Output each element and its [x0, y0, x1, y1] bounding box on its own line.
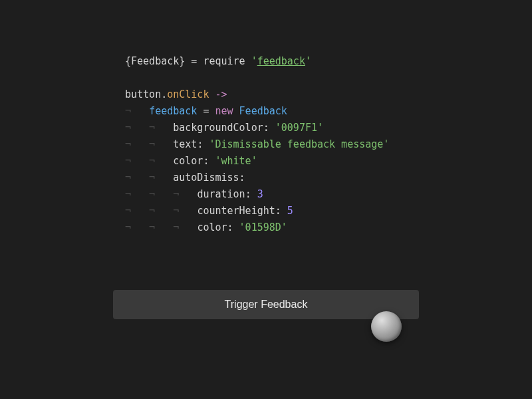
button-label: Trigger Feedback — [225, 299, 308, 311]
string-quote: ' — [251, 55, 257, 67]
whitespace-indicator: ¬ — [125, 105, 149, 117]
code-line-11: ¬ ¬ ¬ color: '01598D' — [125, 219, 532, 236]
inner-color-prop: color — [197, 221, 227, 233]
color-value: 'white' — [215, 155, 257, 167]
colon: : — [245, 188, 257, 200]
module-name: feedback — [257, 55, 305, 67]
colon: : — [263, 122, 275, 134]
color-prop: color — [173, 155, 203, 167]
feedback-destructure: Feedback — [131, 55, 179, 67]
colon: : — [197, 138, 209, 150]
whitespace-indicator: ¬ ¬ ¬ — [125, 188, 197, 200]
assign-op: = — [185, 55, 203, 67]
text-value: 'Dismissable feedback message' — [209, 138, 389, 150]
code-line-6: ¬ ¬ text: 'Dismissable feedback message' — [125, 136, 532, 153]
whitespace-indicator: ¬ ¬ — [125, 122, 173, 134]
duration-prop: duration — [197, 188, 245, 200]
code-line-7: ¬ ¬ color: 'white' — [125, 153, 532, 170]
button-var: button — [125, 88, 161, 100]
code-editor: {Feedback} = require 'feedback' button.o… — [0, 0, 532, 236]
inner-color-value: '01598D' — [239, 221, 287, 233]
code-line-1: {Feedback} = require 'feedback' — [125, 53, 532, 70]
code-line-3: button.onClick -> — [125, 86, 532, 103]
colon: : — [227, 221, 239, 233]
autodismiss-prop: autoDismiss — [173, 172, 239, 184]
colon: : — [239, 172, 245, 184]
bgcolor-value: '0097F1' — [275, 122, 323, 134]
code-line-4: ¬ feedback = new Feedback — [125, 103, 532, 120]
arrow-op: -> — [209, 88, 227, 100]
code-line-9: ¬ ¬ ¬ duration: 3 — [125, 186, 532, 203]
trigger-feedback-button[interactable]: Trigger Feedback — [113, 290, 419, 319]
preview-area: Trigger Feedback — [113, 290, 419, 319]
whitespace-indicator: ¬ ¬ ¬ — [125, 205, 197, 217]
code-line-5: ¬ ¬ backgroundColor: '0097F1' — [125, 120, 532, 136]
require-call: require — [203, 55, 251, 67]
counterheight-prop: counterHeight — [197, 205, 275, 217]
brace-open: { — [125, 55, 131, 67]
whitespace-indicator: ¬ ¬ — [125, 138, 173, 150]
counterheight-value: 5 — [287, 205, 293, 217]
bgcolor-prop: backgroundColor — [173, 122, 263, 134]
duration-value: 3 — [257, 188, 263, 200]
code-line-10: ¬ ¬ ¬ counterHeight: 5 — [125, 203, 532, 219]
feedback-var: feedback — [149, 105, 197, 117]
colon: : — [275, 205, 287, 217]
code-line-8: ¬ ¬ autoDismiss: — [125, 170, 532, 186]
brace-close: } — [179, 55, 185, 67]
text-prop: text — [173, 138, 197, 150]
whitespace-indicator: ¬ ¬ ¬ — [125, 221, 197, 233]
code-line-blank — [125, 70, 532, 86]
whitespace-indicator: ¬ ¬ — [125, 172, 173, 184]
colon: : — [203, 155, 215, 167]
feedback-class: Feedback — [239, 105, 287, 117]
new-keyword: new — [215, 105, 233, 117]
onclick-method: onClick — [167, 88, 209, 100]
whitespace-indicator: ¬ ¬ — [125, 155, 173, 167]
dot: . — [161, 88, 167, 100]
assign-op: = — [197, 105, 215, 117]
space — [233, 105, 239, 117]
string-quote: ' — [305, 55, 311, 67]
